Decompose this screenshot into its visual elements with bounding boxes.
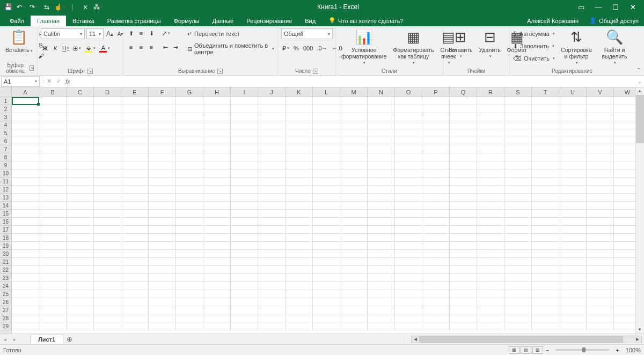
number-format-combo[interactable]: Общий [281, 28, 333, 39]
column-header-G[interactable]: G [176, 87, 203, 97]
column-header-R[interactable]: R [477, 87, 504, 97]
row-header-20[interactable]: 20 [0, 250, 11, 258]
row-header-3[interactable]: 3 [0, 113, 11, 121]
increase-font-icon[interactable]: A▴ [105, 29, 114, 39]
touch-mode-icon[interactable]: ☝ [56, 3, 63, 11]
clipboard-launcher[interactable]: ↘ [30, 65, 34, 71]
maximize-icon[interactable]: ☐ [612, 3, 619, 11]
row-header-5[interactable]: 5 [0, 129, 11, 137]
row-header-15[interactable]: 15 [0, 210, 11, 218]
scroll-down-icon[interactable]: ▼ [636, 326, 643, 334]
fill-color-icon[interactable]: ⬙ [84, 43, 97, 53]
qat-icon-1[interactable]: ⇆ [43, 3, 50, 11]
column-header-I[interactable]: I [231, 87, 258, 97]
collapse-ribbon-icon[interactable]: ⌃ [636, 67, 641, 73]
italic-button[interactable]: К [51, 43, 60, 53]
zoom-in-icon[interactable]: + [613, 347, 621, 353]
comma-format-icon[interactable]: 000 [302, 43, 314, 53]
row-header-27[interactable]: 27 [0, 306, 11, 314]
decrease-indent-icon[interactable]: ⇤ [161, 42, 170, 52]
row-header-18[interactable]: 18 [0, 234, 11, 242]
cancel-formula-icon[interactable]: ✕ [44, 78, 54, 85]
column-header-Q[interactable]: Q [450, 87, 477, 97]
number-launcher[interactable]: ↘ [313, 69, 318, 74]
font-name-combo[interactable]: Calibri [41, 28, 85, 39]
align-middle-icon[interactable]: ≡ [137, 28, 145, 38]
scroll-up-icon[interactable]: ▲ [636, 87, 643, 95]
sheet-nav-first-icon[interactable]: ◂ [0, 337, 10, 342]
zoom-out-icon[interactable]: − [544, 347, 551, 353]
column-header-S[interactable]: S [504, 87, 532, 97]
align-center-icon[interactable]: ≡ [137, 42, 145, 52]
font-size-combo[interactable]: 11 [86, 28, 104, 39]
increase-decimal-icon[interactable]: .0→ [316, 43, 328, 53]
ribbon-display-options-icon[interactable]: ▭ [577, 3, 585, 11]
row-header-6[interactable]: 6 [0, 137, 11, 145]
page-break-view-icon[interactable]: ▧ [532, 346, 543, 354]
column-header-P[interactable]: P [422, 87, 450, 97]
row-header-8[interactable]: 8 [0, 153, 11, 161]
row-header-28[interactable]: 28 [0, 314, 11, 322]
formula-input[interactable] [72, 76, 635, 87]
normal-view-icon[interactable]: ▦ [509, 346, 519, 354]
bold-button[interactable]: Ж [41, 43, 49, 53]
tab-view[interactable]: Вид [298, 16, 322, 26]
tab-formulas[interactable]: Формулы [167, 16, 206, 26]
delete-cells-button[interactable]: ⊟ Удалить [477, 28, 503, 60]
fill-button[interactable]: ⬇Заполнить [513, 41, 555, 51]
column-header-E[interactable]: E [121, 87, 149, 97]
align-top-icon[interactable]: ⬆ [127, 28, 135, 38]
column-header-K[interactable]: K [286, 87, 313, 97]
row-header-1[interactable]: 1 [0, 97, 11, 105]
autosum-button[interactable]: ∑Автосумма [513, 28, 555, 39]
tab-page-layout[interactable]: Разметка страницы [101, 16, 167, 26]
tab-review[interactable]: Рецензирование [240, 16, 298, 26]
new-sheet-icon[interactable]: ⊕ [63, 335, 75, 343]
share-button[interactable]: 👤 Общий доступ [584, 15, 644, 26]
column-header-F[interactable]: F [149, 87, 176, 97]
column-header-U[interactable]: U [559, 87, 587, 97]
sheet-tab-1[interactable]: Лист1 [30, 335, 63, 344]
wrap-text-button[interactable]: ↵ Перенести текст [187, 28, 274, 39]
tab-file[interactable]: Файл [3, 16, 31, 26]
column-header-J[interactable]: J [258, 87, 286, 97]
row-header-23[interactable]: 23 [0, 274, 11, 282]
zoom-level[interactable]: 100% [626, 347, 641, 353]
row-header-4[interactable]: 4 [0, 121, 11, 129]
row-header-13[interactable]: 13 [0, 194, 11, 202]
expand-formula-bar-icon[interactable]: ⌄ [635, 79, 644, 84]
user-name[interactable]: Алексей Коржавин [522, 16, 584, 26]
row-header-21[interactable]: 21 [0, 258, 11, 266]
enter-formula-icon[interactable]: ✓ [54, 78, 63, 85]
fx-icon[interactable]: fx [63, 78, 72, 85]
close-icon[interactable]: ✕ [629, 3, 636, 11]
row-header-22[interactable]: 22 [0, 266, 11, 274]
sort-filter-button[interactable]: ⇅ Сортировка и фильтр [557, 28, 596, 66]
column-header-C[interactable]: C [67, 87, 94, 97]
insert-cells-button[interactable]: ⊞ Вставить [447, 28, 475, 60]
scroll-right-icon[interactable]: ▶ [634, 337, 641, 342]
row-header-19[interactable]: 19 [0, 242, 11, 250]
vertical-scrollbar[interactable]: ▲ ▼ [635, 87, 644, 334]
row-header-17[interactable]: 17 [0, 226, 11, 234]
qat-icon-3[interactable]: ⁂ [94, 3, 102, 11]
align-bottom-icon[interactable]: ⬇ [147, 28, 156, 38]
column-header-H[interactable]: H [203, 87, 231, 97]
align-left-icon[interactable]: ≡ [127, 42, 135, 52]
row-header-14[interactable]: 14 [0, 202, 11, 210]
undo-icon[interactable]: ↶ [17, 3, 25, 11]
tab-insert[interactable]: Вставка [66, 16, 101, 26]
row-header-25[interactable]: 25 [0, 290, 11, 298]
cells-area[interactable] [12, 97, 644, 334]
select-all-corner[interactable] [0, 87, 12, 97]
underline-button[interactable]: Ч [61, 43, 70, 53]
row-header-2[interactable]: 2 [0, 105, 11, 113]
save-icon[interactable]: 💾 [4, 3, 12, 11]
orientation-icon[interactable]: ⤢ [161, 28, 171, 38]
tab-home[interactable]: Главная [31, 16, 66, 26]
borders-icon[interactable]: ⊞ [72, 43, 82, 53]
column-header-O[interactable]: O [395, 87, 422, 97]
find-select-button[interactable]: 🔍 Найти и выделить [598, 28, 631, 66]
align-right-icon[interactable]: ≡ [147, 42, 156, 52]
row-header-7[interactable]: 7 [0, 145, 11, 153]
